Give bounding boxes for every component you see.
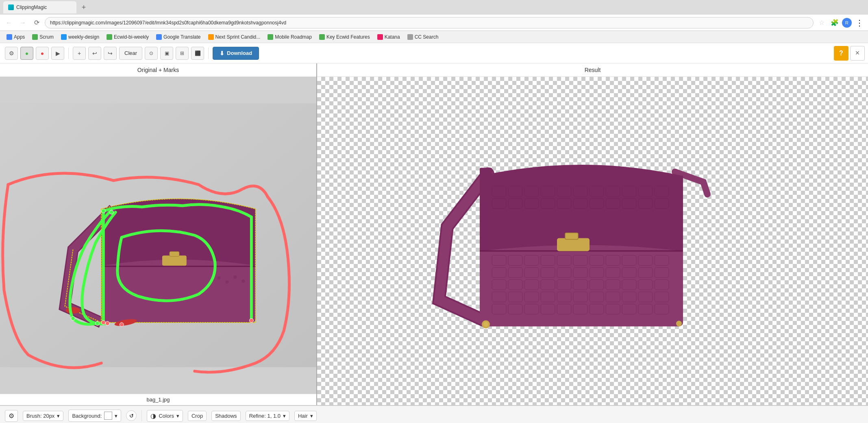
pointer-tool[interactable]: ▶ — [51, 47, 64, 60]
bookmark-ecwid-features[interactable]: Key Ecwid Features — [316, 33, 373, 41]
profile-avatar[interactable]: R — [842, 18, 852, 28]
result-canvas-svg — [317, 77, 868, 405]
bookmark-cc[interactable]: CC Search — [404, 33, 442, 41]
settings-gear[interactable]: ⚙ — [5, 410, 18, 422]
redo-button[interactable]: ↪ — [104, 47, 117, 60]
tab-bar: ClippingMagic + — [0, 0, 868, 15]
left-canvas[interactable] — [0, 77, 316, 394]
svg-rect-5 — [170, 251, 179, 256]
red-marker-button[interactable]: ● — [36, 47, 49, 60]
translate-icon — [156, 34, 162, 40]
brush-label: Brush: 20px — [26, 413, 54, 419]
svg-point-8 — [136, 223, 139, 226]
svg-point-25 — [161, 238, 164, 241]
svg-point-14 — [185, 220, 188, 223]
bookmark-apps-label: Apps — [14, 34, 25, 40]
help-button[interactable]: ? — [834, 46, 848, 61]
bookmark-katana[interactable]: Katana — [374, 33, 403, 41]
colors-control[interactable]: ◑ Colors ▾ — [147, 410, 183, 422]
brush-size-control[interactable]: Brush: 20px ▾ — [23, 411, 63, 421]
close-button[interactable]: × — [850, 46, 865, 61]
svg-point-41 — [95, 321, 99, 325]
green-marker-button[interactable]: ● — [20, 47, 33, 60]
cc-icon — [407, 34, 413, 40]
svg-point-34 — [234, 275, 237, 279]
refresh-button[interactable]: ↺ — [126, 410, 137, 421]
bookmark-mobile[interactable]: Mobile Roadmap — [264, 33, 315, 41]
settings-tool-button[interactable]: ⚙ — [5, 47, 18, 60]
left-panel-title: Original + Marks — [137, 67, 179, 73]
bookmark-apps[interactable]: Apps — [3, 33, 28, 41]
svg-point-19 — [226, 222, 229, 225]
svg-point-131 — [676, 321, 682, 327]
menu-button[interactable]: ⋮ — [853, 17, 865, 28]
address-input[interactable] — [45, 17, 814, 28]
clear-button[interactable]: Clear — [119, 47, 142, 60]
active-tab[interactable]: ClippingMagic — [3, 1, 76, 13]
top-right-controls: ? × — [834, 46, 865, 61]
svg-point-40 — [71, 316, 75, 321]
zoom-tool[interactable]: + — [73, 47, 86, 60]
svg-point-33 — [226, 280, 229, 283]
svg-point-7 — [128, 228, 131, 231]
refine-control[interactable]: Refine: 1, 1.0 ▾ — [246, 411, 289, 421]
reload-button[interactable]: ⟳ — [31, 17, 42, 28]
background-control[interactable]: Background: ▾ — [68, 410, 121, 422]
bookmark-translate[interactable]: Google Translate — [153, 33, 204, 41]
svg-point-27 — [177, 236, 180, 240]
scrum-icon — [32, 34, 38, 40]
svg-rect-127 — [557, 238, 590, 251]
hair-control[interactable]: Hair ▾ — [294, 411, 317, 421]
apps-icon — [7, 34, 12, 40]
new-tab-button[interactable]: + — [79, 2, 89, 12]
ecwid-icon — [107, 34, 112, 40]
svg-point-23 — [144, 239, 148, 242]
bookmark-cc-label: CC Search — [415, 34, 439, 40]
svg-point-22 — [136, 235, 139, 238]
svg-point-6 — [120, 224, 123, 227]
download-label: Download — [227, 50, 252, 56]
crop-tool[interactable]: ⊞ — [176, 47, 189, 60]
editor-container: Original + Marks — [0, 63, 868, 405]
extensions-btn[interactable]: 🧩 — [829, 17, 840, 28]
svg-point-42 — [105, 321, 109, 325]
back-button[interactable]: ← — [3, 17, 15, 28]
shadows-control[interactable]: Shadows — [211, 411, 240, 421]
refine-label: Refine: 1, 1.0 — [249, 413, 281, 419]
undo-button[interactable]: ↩ — [88, 47, 101, 60]
filename-label: bag_1.jpg — [0, 394, 316, 405]
browser-actions: ☆ 🧩 R ⋮ — [816, 17, 865, 28]
left-panel-header: Original + Marks — [0, 63, 316, 77]
compare-tool[interactable]: ⬛ — [191, 47, 204, 60]
download-button[interactable]: ⬇ Download — [213, 47, 259, 60]
bookmark-scrum-label: Scrum — [39, 34, 54, 40]
crop-control[interactable]: Crop — [188, 411, 207, 421]
sprint-icon — [208, 34, 214, 40]
weekly-icon — [61, 34, 67, 40]
svg-point-26 — [169, 233, 172, 236]
bookmark-scrum[interactable]: Scrum — [29, 33, 57, 41]
bookmark-ecwid[interactable]: Ecwid-bi-weekly — [103, 33, 152, 41]
svg-point-16 — [201, 219, 204, 222]
brush-dropdown-icon: ▾ — [57, 413, 60, 419]
svg-point-39 — [249, 318, 253, 323]
bookmark-sprint[interactable]: Next Sprint Candid... — [205, 33, 264, 41]
svg-rect-4 — [162, 255, 187, 266]
right-panel-title: Result — [585, 67, 601, 73]
bookmark-translate-label: Google Translate — [163, 34, 200, 40]
svg-point-44 — [101, 209, 105, 213]
svg-point-15 — [193, 224, 196, 227]
gear-icon: ⚙ — [9, 412, 14, 420]
svg-point-36 — [66, 307, 80, 314]
lasso-tool[interactable]: ⊙ — [145, 47, 158, 60]
download-icon: ⬇ — [220, 50, 224, 57]
forward-button[interactable]: → — [17, 17, 28, 28]
bookmark-ecwid-label: Ecwid-bi-weekly — [114, 34, 149, 40]
background-swatch[interactable] — [104, 412, 112, 420]
bookmark-star[interactable]: ☆ — [816, 17, 827, 28]
tab-favicon — [8, 4, 14, 10]
rect-tool[interactable]: ▣ — [160, 47, 173, 60]
svg-point-13 — [177, 225, 180, 228]
bookmark-weekly[interactable]: weekly-design — [58, 33, 102, 41]
bookmarks-bar: Apps Scrum weekly-design Ecwid-bi-weekly… — [0, 31, 868, 43]
